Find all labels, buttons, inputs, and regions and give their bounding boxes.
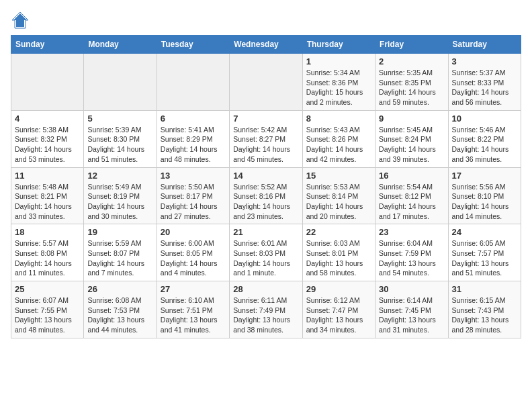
day-number: 11 — [15, 171, 80, 181]
day-number: 26 — [87, 284, 152, 294]
day-info: Sunrise: 5:56 AM Sunset: 8:10 PM Dayligh… — [452, 182, 517, 222]
weekday-header-tuesday: Tuesday — [157, 36, 229, 54]
calendar-cell: 30Sunrise: 6:14 AM Sunset: 7:45 PM Dayli… — [375, 281, 448, 338]
day-info: Sunrise: 5:48 AM Sunset: 8:21 PM Dayligh… — [15, 182, 80, 222]
calendar-cell: 15Sunrise: 5:53 AM Sunset: 8:14 PM Dayli… — [302, 167, 375, 224]
calendar-cell: 16Sunrise: 5:54 AM Sunset: 8:12 PM Dayli… — [375, 167, 448, 224]
day-info: Sunrise: 5:39 AM Sunset: 8:30 PM Dayligh… — [87, 125, 152, 165]
day-number: 23 — [379, 227, 444, 237]
day-info: Sunrise: 5:59 AM Sunset: 8:07 PM Dayligh… — [87, 238, 152, 278]
logo-icon — [11, 11, 30, 30]
weekday-header-saturday: Saturday — [448, 36, 521, 54]
day-info: Sunrise: 6:15 AM Sunset: 7:43 PM Dayligh… — [452, 295, 517, 335]
day-info: Sunrise: 6:08 AM Sunset: 7:53 PM Dayligh… — [87, 295, 152, 335]
day-info: Sunrise: 5:46 AM Sunset: 8:22 PM Dayligh… — [452, 125, 517, 165]
calendar-cell: 14Sunrise: 5:52 AM Sunset: 8:16 PM Dayli… — [230, 167, 302, 224]
day-number: 10 — [452, 113, 517, 124]
day-number: 17 — [452, 171, 517, 181]
weekday-header-friday: Friday — [375, 36, 448, 54]
page-header — [11, 11, 521, 30]
calendar-cell: 21Sunrise: 6:01 AM Sunset: 8:03 PM Dayli… — [230, 224, 302, 281]
calendar-cell — [84, 54, 157, 111]
day-info: Sunrise: 5:42 AM Sunset: 8:27 PM Dayligh… — [233, 125, 298, 165]
calendar-cell: 6Sunrise: 5:41 AM Sunset: 8:29 PM Daylig… — [157, 110, 229, 167]
day-info: Sunrise: 5:50 AM Sunset: 8:17 PM Dayligh… — [161, 182, 226, 222]
day-number: 8 — [306, 113, 371, 124]
calendar-cell: 23Sunrise: 6:04 AM Sunset: 7:59 PM Dayli… — [375, 224, 448, 281]
day-info: Sunrise: 6:12 AM Sunset: 7:47 PM Dayligh… — [306, 295, 371, 335]
day-info: Sunrise: 5:49 AM Sunset: 8:19 PM Dayligh… — [87, 182, 152, 222]
day-info: Sunrise: 5:43 AM Sunset: 8:26 PM Dayligh… — [306, 125, 371, 165]
day-info: Sunrise: 6:10 AM Sunset: 7:51 PM Dayligh… — [161, 295, 226, 335]
logo — [11, 11, 31, 30]
weekday-header-sunday: Sunday — [11, 36, 84, 54]
calendar-cell — [230, 54, 302, 111]
day-number: 3 — [452, 56, 517, 66]
calendar-cell: 5Sunrise: 5:39 AM Sunset: 8:30 PM Daylig… — [84, 110, 157, 167]
calendar-cell: 25Sunrise: 6:07 AM Sunset: 7:55 PM Dayli… — [11, 281, 84, 338]
calendar-cell: 8Sunrise: 5:43 AM Sunset: 8:26 PM Daylig… — [302, 110, 375, 167]
day-info: Sunrise: 5:45 AM Sunset: 8:24 PM Dayligh… — [379, 125, 444, 165]
day-number: 15 — [306, 171, 371, 181]
calendar-cell: 22Sunrise: 6:03 AM Sunset: 8:01 PM Dayli… — [302, 224, 375, 281]
calendar-week-row: 1Sunrise: 5:34 AM Sunset: 8:36 PM Daylig… — [11, 54, 521, 111]
day-info: Sunrise: 5:41 AM Sunset: 8:29 PM Dayligh… — [161, 125, 226, 165]
day-info: Sunrise: 5:34 AM Sunset: 8:36 PM Dayligh… — [306, 68, 371, 107]
day-info: Sunrise: 5:38 AM Sunset: 8:32 PM Dayligh… — [15, 125, 80, 165]
calendar-cell: 12Sunrise: 5:49 AM Sunset: 8:19 PM Dayli… — [84, 167, 157, 224]
day-info: Sunrise: 6:07 AM Sunset: 7:55 PM Dayligh… — [15, 295, 80, 335]
calendar-table: SundayMondayTuesdayWednesdayThursdayFrid… — [11, 35, 521, 338]
day-number: 5 — [87, 113, 152, 124]
calendar-cell: 3Sunrise: 5:37 AM Sunset: 8:33 PM Daylig… — [448, 54, 521, 111]
day-number: 28 — [233, 284, 298, 294]
calendar-cell: 26Sunrise: 6:08 AM Sunset: 7:53 PM Dayli… — [84, 281, 157, 338]
calendar-cell: 27Sunrise: 6:10 AM Sunset: 7:51 PM Dayli… — [157, 281, 229, 338]
calendar-week-row: 11Sunrise: 5:48 AM Sunset: 8:21 PM Dayli… — [11, 167, 521, 224]
day-number: 7 — [233, 113, 298, 124]
day-number: 24 — [452, 227, 517, 237]
day-info: Sunrise: 5:35 AM Sunset: 8:35 PM Dayligh… — [379, 68, 444, 107]
day-number: 9 — [379, 113, 444, 124]
day-info: Sunrise: 6:00 AM Sunset: 8:05 PM Dayligh… — [161, 238, 226, 278]
day-number: 16 — [379, 171, 444, 181]
calendar-cell: 24Sunrise: 6:05 AM Sunset: 7:57 PM Dayli… — [448, 224, 521, 281]
calendar-body: 1Sunrise: 5:34 AM Sunset: 8:36 PM Daylig… — [11, 54, 521, 338]
calendar-cell: 29Sunrise: 6:12 AM Sunset: 7:47 PM Dayli… — [302, 281, 375, 338]
day-info: Sunrise: 5:52 AM Sunset: 8:16 PM Dayligh… — [233, 182, 298, 222]
calendar-cell — [11, 54, 84, 111]
calendar-cell: 1Sunrise: 5:34 AM Sunset: 8:36 PM Daylig… — [302, 54, 375, 111]
day-number: 6 — [161, 113, 226, 124]
weekday-header-thursday: Thursday — [302, 36, 375, 54]
calendar-cell: 17Sunrise: 5:56 AM Sunset: 8:10 PM Dayli… — [448, 167, 521, 224]
day-number: 21 — [233, 227, 298, 237]
day-number: 12 — [87, 171, 152, 181]
day-number: 20 — [161, 227, 226, 237]
day-number: 4 — [15, 113, 80, 124]
day-info: Sunrise: 5:53 AM Sunset: 8:14 PM Dayligh… — [306, 182, 371, 222]
calendar-cell: 11Sunrise: 5:48 AM Sunset: 8:21 PM Dayli… — [11, 167, 84, 224]
calendar-week-row: 4Sunrise: 5:38 AM Sunset: 8:32 PM Daylig… — [11, 110, 521, 167]
calendar-cell: 28Sunrise: 6:11 AM Sunset: 7:49 PM Dayli… — [230, 281, 302, 338]
calendar-cell: 4Sunrise: 5:38 AM Sunset: 8:32 PM Daylig… — [11, 110, 84, 167]
calendar-header: SundayMondayTuesdayWednesdayThursdayFrid… — [11, 36, 521, 54]
calendar-cell: 19Sunrise: 5:59 AM Sunset: 8:07 PM Dayli… — [84, 224, 157, 281]
day-number: 13 — [161, 171, 226, 181]
weekday-header-monday: Monday — [84, 36, 157, 54]
day-number: 19 — [87, 227, 152, 237]
day-info: Sunrise: 5:37 AM Sunset: 8:33 PM Dayligh… — [452, 68, 517, 107]
day-info: Sunrise: 5:54 AM Sunset: 8:12 PM Dayligh… — [379, 182, 444, 222]
weekday-header-row: SundayMondayTuesdayWednesdayThursdayFrid… — [11, 36, 521, 54]
day-number: 1 — [306, 56, 371, 66]
calendar-cell: 9Sunrise: 5:45 AM Sunset: 8:24 PM Daylig… — [375, 110, 448, 167]
calendar-cell — [157, 54, 229, 111]
day-info: Sunrise: 6:14 AM Sunset: 7:45 PM Dayligh… — [379, 295, 444, 335]
day-number: 30 — [379, 284, 444, 294]
calendar-cell: 18Sunrise: 5:57 AM Sunset: 8:08 PM Dayli… — [11, 224, 84, 281]
calendar-cell: 31Sunrise: 6:15 AM Sunset: 7:43 PM Dayli… — [448, 281, 521, 338]
day-number: 27 — [161, 284, 226, 294]
calendar-week-row: 25Sunrise: 6:07 AM Sunset: 7:55 PM Dayli… — [11, 281, 521, 338]
calendar-cell: 20Sunrise: 6:00 AM Sunset: 8:05 PM Dayli… — [157, 224, 229, 281]
day-info: Sunrise: 5:57 AM Sunset: 8:08 PM Dayligh… — [15, 238, 80, 278]
day-number: 18 — [15, 227, 80, 237]
day-number: 22 — [306, 227, 371, 237]
